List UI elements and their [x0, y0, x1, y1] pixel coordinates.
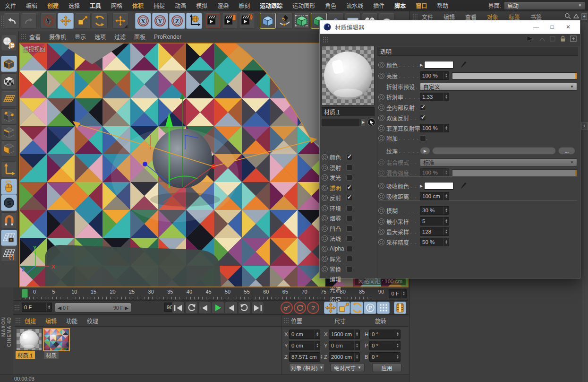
menu-创建[interactable]: 创建	[47, 1, 59, 9]
edge-mode-button[interactable]	[1, 124, 17, 140]
om-menu-书签[interactable]: 书签	[530, 13, 542, 21]
rotation-h-input[interactable]: 0 °▲▼	[369, 330, 401, 339]
play-backwards-button[interactable]	[185, 302, 198, 314]
render-settings-button[interactable]	[239, 13, 255, 29]
add-tab-icon[interactable]: +	[581, 122, 588, 130]
vp-menu-选项[interactable]: 选项	[94, 33, 106, 41]
param-radio[interactable]	[378, 159, 384, 165]
menu-角色[interactable]: 角色	[325, 1, 336, 9]
material-thumb-colorful[interactable]	[44, 329, 69, 350]
menu-运动跟踪[interactable]: 运动跟踪	[260, 1, 282, 9]
rotation-p-input[interactable]: 0 °▲▼	[369, 341, 401, 350]
next-frame-button[interactable]	[225, 302, 238, 314]
model-mode-button[interactable]	[1, 56, 17, 72]
vp-menu-过滤[interactable]: 过滤	[114, 33, 126, 41]
color-swatch[interactable]	[424, 182, 453, 190]
channel-置换[interactable]: 置换	[322, 264, 375, 275]
play-forwards-button[interactable]	[238, 302, 251, 314]
preview-range-slider[interactable]: ◀ 0 F90 F ▶	[55, 303, 131, 313]
value-slider[interactable]	[452, 169, 577, 176]
value-input[interactable]: 128▲▼	[420, 227, 449, 236]
value-input[interactable]: 30 %▲▼	[420, 206, 449, 215]
solo-button[interactable]: S	[1, 195, 17, 211]
position-z-input[interactable]: 87.571 cm▲▼	[289, 352, 320, 362]
menu-雕刻[interactable]: 雕刻	[239, 1, 250, 9]
menu-脚本[interactable]: 脚本	[394, 1, 406, 9]
vp-menu-显示[interactable]: 显示	[75, 33, 86, 41]
current-frame-spinner[interactable]: 0 F▲▼	[389, 289, 407, 298]
range-start-spinner[interactable]: 0 F▲▼	[22, 303, 52, 312]
right-scroll-strip[interactable]	[582, 22, 588, 382]
param-radio[interactable]	[378, 115, 384, 121]
goto-start-button[interactable]	[172, 302, 185, 314]
render-view-button[interactable]	[205, 13, 221, 29]
material-label[interactable]: 材质.1	[16, 351, 35, 359]
param-radio[interactable]	[378, 183, 384, 189]
value-input[interactable]: 50 %▲▼	[420, 238, 449, 246]
om-menu-标签[interactable]: 标签	[509, 13, 520, 21]
menu-流水线[interactable]: 流水线	[346, 1, 363, 9]
record-key-button[interactable]	[281, 302, 293, 314]
value-input[interactable]: 100 %▲▼	[420, 71, 449, 80]
pick-icon[interactable]	[367, 118, 375, 126]
material-name-field[interactable]: 材质.1	[322, 107, 375, 116]
channel-透明[interactable]: 透明	[322, 183, 375, 193]
channel-反射[interactable]: 反射	[322, 193, 375, 203]
live-selection-button[interactable]	[41, 13, 57, 29]
channel-环境[interactable]: 环境	[322, 203, 375, 214]
mat-menu-纹理[interactable]: 纹理	[87, 317, 98, 325]
param-radio[interactable]	[378, 239, 384, 245]
axis-z-button[interactable]: Z	[169, 13, 185, 29]
grid-lock-button[interactable]	[1, 230, 17, 246]
menu-编辑[interactable]: 编辑	[26, 1, 37, 9]
add-panel-icon[interactable]: +	[581, 13, 587, 20]
polygon-mode-button[interactable]	[1, 140, 17, 156]
size-x-input[interactable]: 1500 cm▲▼	[329, 330, 360, 339]
timeline-mode-button[interactable]	[394, 302, 406, 314]
keyframe-selection-button[interactable]	[377, 302, 390, 314]
position-y-input[interactable]: 0 cm▲▼	[289, 341, 320, 350]
channel-编辑[interactable]: 编辑	[322, 274, 375, 285]
subd-button[interactable]	[294, 13, 310, 29]
dialog-titlebar[interactable]: 材质编辑器 — □ ✕	[320, 20, 580, 34]
mat-menu-编辑[interactable]: 编辑	[45, 317, 57, 325]
om-menu-对象[interactable]: 对象	[487, 13, 498, 21]
position-x-input[interactable]: 0 cm▲▼	[289, 330, 320, 339]
channel-颜色[interactable]: 颜色	[322, 152, 375, 163]
param-radio[interactable]	[378, 125, 384, 131]
om-menu-文件[interactable]: 文件	[422, 13, 433, 21]
channel-发光[interactable]: 发光	[322, 173, 375, 183]
channel-凹凸[interactable]: 凹凸	[322, 224, 375, 234]
vp-menu-查看[interactable]: 查看	[29, 33, 41, 41]
interface-dropdown[interactable]: 启动▼	[504, 1, 585, 10]
menu-文件[interactable]: 文件	[5, 1, 16, 9]
vp-menu-ProRender[interactable]: ProRender	[154, 34, 181, 40]
texture-browse-button[interactable]: ...	[558, 147, 575, 155]
menu-体积[interactable]: 体积	[132, 1, 144, 9]
point-mode-button[interactable]	[1, 108, 17, 124]
ghost-icon-1[interactable]	[538, 35, 546, 44]
goto-end-button[interactable]	[251, 302, 264, 314]
texture-field[interactable]	[432, 147, 556, 155]
material-preview[interactable]	[322, 46, 375, 105]
menu-运动图形[interactable]: 运动图形	[292, 1, 315, 9]
redo-button[interactable]	[21, 13, 37, 29]
menu-工具[interactable]: 工具	[90, 1, 101, 9]
material-label[interactable]: 材质	[44, 351, 59, 359]
menu-插件[interactable]: 插件	[373, 1, 384, 9]
mat-menu-创建[interactable]: 创建	[25, 317, 36, 325]
minimize-button[interactable]: —	[528, 24, 544, 30]
axis-mode-button[interactable]	[1, 161, 17, 177]
lock-icon[interactable]	[559, 35, 567, 44]
size-y-input[interactable]: 0 cm▲▼	[329, 341, 360, 350]
convert-button[interactable]	[1, 35, 17, 51]
axis-y-button[interactable]: Y	[152, 13, 168, 29]
channel-烟雾[interactable]: 烟雾	[322, 213, 375, 224]
param-checkbox[interactable]	[420, 104, 426, 111]
cube-button[interactable]	[260, 13, 276, 29]
param-radio[interactable]	[378, 104, 384, 111]
menu-帮助[interactable]: 帮助	[437, 1, 448, 9]
autokey-button[interactable]	[294, 302, 306, 314]
vp-menu-面板[interactable]: 面板	[134, 33, 145, 41]
vp-menu-摄像机[interactable]: 摄像机	[49, 33, 66, 41]
